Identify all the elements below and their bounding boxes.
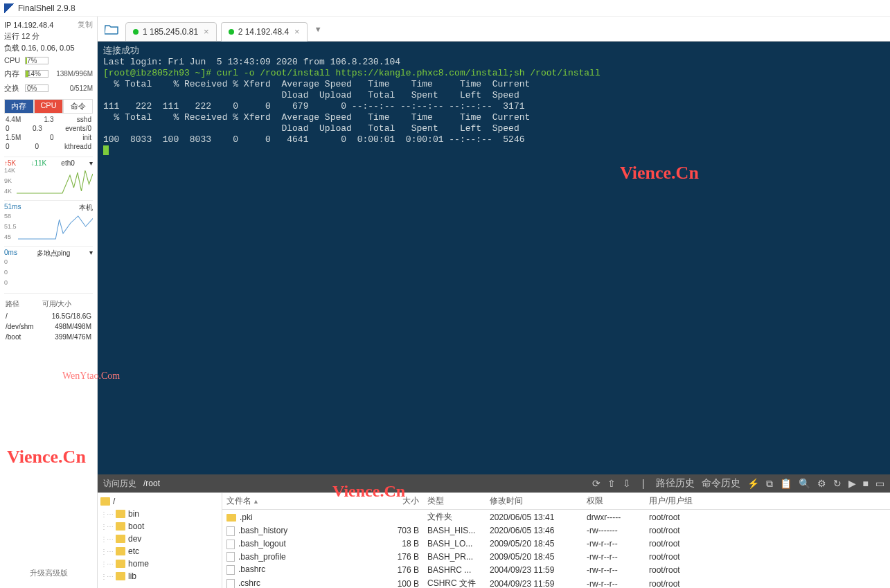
session-tab-2[interactable]: 2 14.192.48.4 × <box>221 22 308 42</box>
file-row[interactable]: .bash_logout18 BBASH_LO...2009/05/20 18:… <box>222 537 890 551</box>
mem-label: 内存 <box>4 69 22 79</box>
download-icon[interactable]: ⇩ <box>623 478 631 489</box>
bottom-toolbar: 访问历史 /root ⟳ ⇧ ⇩ | 路径历史 命令历史 ⚡ ⧉ 📋 🔍 ⚙ ↻… <box>98 474 890 492</box>
net-dropdown-icon[interactable]: ▾ <box>89 159 93 167</box>
uptime-label: 运行 12 分 <box>4 31 93 42</box>
ip-label: IP 14.192.48.4 <box>4 21 53 29</box>
close-icon[interactable]: × <box>204 26 209 37</box>
col-type[interactable]: 类型 <box>423 493 486 510</box>
session-tab-1[interactable]: 1 185.245.0.81 × <box>125 22 217 42</box>
copy-button[interactable]: 复制 <box>78 19 93 30</box>
gear-icon[interactable]: ⚙ <box>817 478 826 489</box>
folder-icon <box>100 497 110 506</box>
disk-table: 路径可用/大小 /16.5G/18.6G /dev/shm498M/498M /… <box>4 293 93 343</box>
tree-node[interactable]: ⋮⋯dev <box>100 533 219 545</box>
file-manager: / ⋮⋯bin ⋮⋯boot ⋮⋯dev ⋮⋯etc ⋮⋯home ⋮⋯lib … <box>98 492 890 588</box>
watermark: Vience.Cn <box>7 447 86 467</box>
tab-cmd[interactable]: 命令 <box>63 100 93 114</box>
col-owner[interactable]: 用户/用户组 <box>645 493 890 510</box>
file-row[interactable]: .pki文件夹2020/06/05 13:41drwxr-----root/ro… <box>222 510 890 525</box>
open-folder-button[interactable] <box>102 21 121 37</box>
bolt-icon[interactable]: ⚡ <box>747 478 759 489</box>
play-icon[interactable]: ▶ <box>848 478 856 489</box>
swap-bar: 0% <box>25 84 48 92</box>
load-label: 负载 0.16, 0.06, 0.05 <box>4 43 93 53</box>
sidebar: IP 14.192.48.4 复制 运行 12 分 负载 0.16, 0.06,… <box>0 17 97 588</box>
watermark: Vience.Cn <box>620 163 699 184</box>
swap-label: 交换 <box>4 83 22 93</box>
titlebar: FinalShell 2.9.8 <box>0 0 890 17</box>
mem-bar: 14% <box>25 70 48 78</box>
upload-icon[interactable]: ⇧ <box>607 478 616 489</box>
col-perm[interactable]: 权限 <box>582 493 645 510</box>
paste-icon[interactable]: 📋 <box>780 478 792 489</box>
folder-icon <box>116 510 125 518</box>
close-icon[interactable]: × <box>294 26 300 37</box>
file-icon <box>226 565 235 575</box>
maximize-icon[interactable]: ▭ <box>875 478 884 489</box>
tree-node[interactable]: ⋮⋯lib <box>100 570 219 582</box>
file-icon <box>226 526 235 536</box>
cpu-bar: 7% <box>25 57 48 64</box>
path-history-label[interactable]: 路径历史 <box>656 477 695 490</box>
folder-icon <box>116 535 125 543</box>
watermark: WenYtao.Com <box>62 371 120 382</box>
current-path[interactable]: /root <box>143 479 160 488</box>
cursor-icon <box>103 145 109 155</box>
search-icon[interactable]: 🔍 <box>799 478 810 489</box>
copy-icon[interactable]: ⧉ <box>766 478 773 490</box>
tree-node[interactable]: ⋮⋯etc <box>100 545 219 558</box>
tree-node[interactable]: ⋮⋯bin <box>100 508 219 520</box>
tree-node[interactable]: ⋮⋯boot <box>100 520 219 533</box>
folder-icon <box>226 514 236 522</box>
watermark: Vience.Cn <box>332 482 405 501</box>
file-row[interactable]: .bashrc176 BBASHRC ...2004/09/23 11:59-r… <box>222 563 890 576</box>
file-row[interactable]: .cshrc100 BCSHRC 文件2004/09/23 11:59-rw-r… <box>222 576 890 588</box>
stop-icon[interactable]: ■ <box>863 478 869 489</box>
session-tabs: 1 185.245.0.81 × 2 14.192.48.4 × ▼ <box>98 17 890 42</box>
tab-mem[interactable]: 内存 <box>4 100 34 114</box>
file-row[interactable]: .bash_profile176 BBASH_PR...2009/05/20 1… <box>222 551 890 564</box>
tab-cpu[interactable]: CPU <box>34 100 64 114</box>
folder-icon <box>116 572 125 580</box>
status-dot-icon <box>133 29 139 35</box>
ping-dropdown-icon[interactable]: ▾ <box>89 249 93 258</box>
net-graph: ↑5K↓11Keth0▾ 14K9K4K <box>4 157 93 195</box>
tabs-more-icon[interactable]: ▼ <box>314 25 322 33</box>
folder-icon <box>116 560 125 568</box>
proc-tabs: 内存 CPU 命令 <box>4 99 93 114</box>
tree-node[interactable]: ⋮⋯home <box>100 558 219 570</box>
status-dot-icon <box>229 29 234 35</box>
app-title: FinalShell 2.9.8 <box>18 3 75 13</box>
tree-root[interactable]: / <box>100 495 219 508</box>
file-row[interactable]: .bash_history703 BBASH_HIS...2020/06/05 … <box>222 524 890 537</box>
history-label[interactable]: 访问历史 <box>103 478 136 490</box>
app-logo-icon <box>4 3 14 13</box>
mem-extra: 138M/996M <box>51 70 93 78</box>
process-list: 4.4M1.3sshd 00.3events/0 1.5M0init 00kth… <box>4 115 93 151</box>
folder-icon <box>116 522 125 531</box>
sync-icon[interactable]: ↻ <box>833 478 842 489</box>
terminal[interactable]: 连接成功 Last login: Fri Jun 5 13:43:09 2020… <box>98 42 890 474</box>
cmd-history-label[interactable]: 命令历史 <box>702 477 740 490</box>
ping-graph: 0ms多地点ping▾ 000 <box>4 246 93 286</box>
file-table[interactable]: 文件名▲ 大小 类型 修改时间 权限 用户/用户组 .pki文件夹2020/06… <box>222 493 890 588</box>
upgrade-link[interactable]: 升级高级版 <box>4 561 93 585</box>
file-icon <box>226 552 235 562</box>
folder-tree[interactable]: / ⋮⋯bin ⋮⋯boot ⋮⋯dev ⋮⋯etc ⋮⋯home ⋮⋯lib <box>98 493 222 588</box>
col-mtime[interactable]: 修改时间 <box>486 493 582 510</box>
file-icon <box>226 540 235 549</box>
file-icon <box>226 579 235 588</box>
cpu-label: CPU <box>4 56 22 64</box>
swap-extra: 0/512M <box>51 84 93 92</box>
latency-graph: 51ms本机 5851.545 <box>4 200 93 240</box>
folder-icon <box>116 547 125 555</box>
refresh-icon[interactable]: ⟳ <box>592 478 600 489</box>
